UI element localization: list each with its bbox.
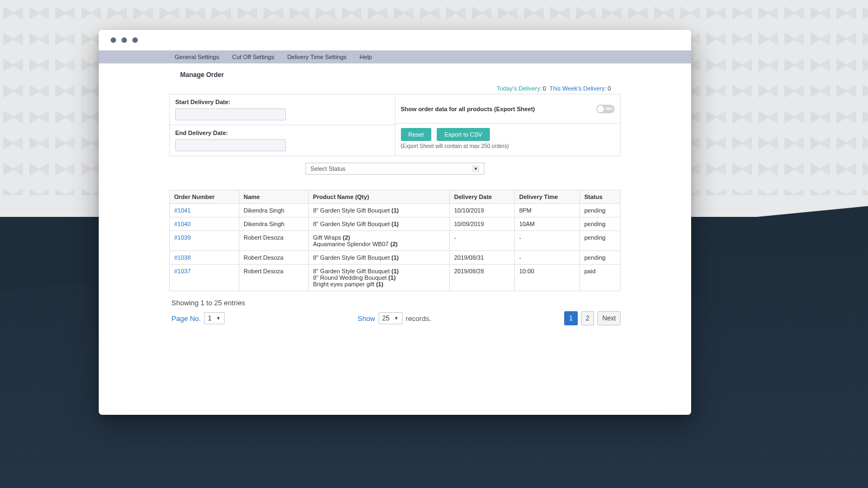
delivery-time: -: [515, 231, 580, 251]
end-date-label: End Delivery Date:: [175, 130, 390, 136]
next-page-button[interactable]: Next: [597, 311, 621, 325]
chevron-down-icon: ▼: [394, 316, 399, 321]
order-number-link[interactable]: #1041: [170, 204, 239, 217]
week-delivery-label: This Week's Delivery:: [550, 85, 607, 92]
th-product: Product Name (Qty): [309, 190, 450, 204]
product-line: 8" Garden Style Gift Bouquet (1): [313, 221, 445, 227]
export-all-label: Show order data for all products (Export…: [401, 106, 535, 112]
th-order-number: Order Number: [170, 190, 239, 204]
export-all-toggle[interactable]: NO: [596, 105, 615, 113]
export-hint: (Export Sheet will contain at max 250 or…: [401, 143, 615, 149]
page-no-select[interactable]: 1 ▼: [204, 312, 225, 324]
chevron-down-icon: ▼: [216, 316, 221, 321]
delivery-date: 10/09/2019: [450, 217, 515, 231]
table-row: #1041Dikendra Singh8" Garden Style Gift …: [170, 204, 621, 217]
show-label: Show: [358, 314, 375, 323]
chevron-down-icon: ▼: [472, 165, 480, 172]
delivery-date: 2019/08/31: [450, 251, 515, 265]
start-date-label: Start Delivery Date:: [175, 99, 390, 105]
status-cell: paid: [580, 265, 621, 291]
page-no-label: Page No.: [171, 314, 201, 323]
records-label: records.: [406, 314, 431, 323]
window-dot-1[interactable]: [111, 37, 116, 43]
status-cell: pending: [580, 217, 621, 231]
order-number-link[interactable]: #1037: [170, 265, 239, 291]
filter-panel: Start Delivery Date: End Delivery Date: …: [169, 94, 621, 156]
table-header-row: Order Number Name Product Name (Qty) Del…: [170, 190, 621, 204]
today-delivery-value: 0: [543, 85, 546, 92]
status-cell: pending: [580, 231, 621, 251]
nav-general-settings[interactable]: General Settings: [175, 54, 219, 60]
customer-name: Dikendra Singh: [239, 217, 309, 231]
page-no-value: 1: [208, 314, 212, 322]
pagination-row: Page No. 1 ▼ Show 25 ▼ records. 12Next: [171, 311, 621, 325]
product-line: Aquamarine Splendor WB07 (2): [313, 241, 445, 247]
window-dot-3[interactable]: [132, 37, 138, 43]
show-count-select[interactable]: 25 ▼: [379, 312, 403, 324]
product-line: 8" Round Wedding Bouquet (1): [313, 274, 445, 281]
status-cell: pending: [580, 251, 621, 265]
delivery-date: 10/10/2019: [450, 204, 515, 217]
table-row: #1038Robert Desoza8" Garden Style Gift B…: [170, 251, 621, 265]
customer-name: Robert Desoza: [239, 231, 309, 251]
nav-help[interactable]: Help: [360, 54, 372, 60]
nav-cut-off-settings[interactable]: Cut Off Settings: [232, 54, 274, 60]
reset-button[interactable]: Reset: [401, 128, 432, 141]
status-cell: pending: [580, 204, 621, 217]
week-delivery-value: 0: [608, 85, 611, 92]
delivery-time: 10:00: [515, 265, 580, 291]
th-status: Status: [580, 190, 621, 204]
export-csv-button[interactable]: Export to CSV: [437, 128, 490, 141]
th-delivery-date: Delivery Date: [450, 190, 515, 204]
table-row: #1037Robert Desoza8" Garden Style Gift B…: [170, 265, 621, 291]
window-dot-2[interactable]: [122, 37, 127, 43]
status-select[interactable]: Select Status ▼: [305, 163, 484, 175]
entries-summary: Showing 1 to 25 entries: [171, 299, 621, 307]
page-button-1[interactable]: 1: [564, 311, 578, 325]
product-line: Bright eyes pamper gift (1): [313, 281, 445, 287]
start-date-input[interactable]: [175, 108, 286, 120]
product-line: 8" Garden Style Gift Bouquet (1): [313, 254, 445, 261]
today-delivery-label: Today's Delivery:: [497, 85, 542, 92]
order-number-link[interactable]: #1038: [170, 251, 239, 265]
content-area: Manage Order Today's Delivery: 0 This We…: [99, 63, 691, 325]
end-date-input[interactable]: [175, 139, 286, 151]
delivery-date: 2019/08/28: [450, 265, 515, 291]
th-name: Name: [239, 190, 309, 204]
table-row: #1040Dikendra Singh8" Garden Style Gift …: [170, 217, 621, 231]
delivery-time: 10AM: [515, 217, 580, 231]
product-line: Gift Wraps (2): [313, 234, 445, 241]
app-window: General Settings Cut Off Settings Delive…: [99, 30, 691, 415]
nav-delivery-time-settings[interactable]: Delivery Time Settings: [287, 54, 346, 60]
product-cell: 8" Garden Style Gift Bouquet (1)8" Round…: [309, 265, 450, 291]
page-button-2[interactable]: 2: [581, 311, 595, 325]
delivery-stats: Today's Delivery: 0 This Week's Delivery…: [99, 82, 691, 94]
th-delivery-time: Delivery Time: [515, 190, 580, 204]
order-number-link[interactable]: #1040: [170, 217, 239, 231]
order-number-link[interactable]: #1039: [170, 231, 239, 251]
delivery-time: -: [515, 251, 580, 265]
product-line: 8" Garden Style Gift Bouquet (1): [313, 207, 445, 214]
product-line: 8" Garden Style Gift Bouquet (1): [313, 268, 445, 274]
delivery-time: 8PM: [515, 204, 580, 217]
customer-name: Robert Desoza: [239, 265, 309, 291]
customer-name: Robert Desoza: [239, 251, 309, 265]
top-nav: General Settings Cut Off Settings Delive…: [99, 50, 691, 63]
product-cell: 8" Garden Style Gift Bouquet (1): [309, 204, 450, 217]
customer-name: Dikendra Singh: [239, 204, 309, 217]
product-cell: Gift Wraps (2)Aquamarine Splendor WB07 (…: [309, 231, 450, 251]
table-row: #1039Robert DesozaGift Wraps (2)Aquamari…: [170, 231, 621, 251]
status-select-placeholder: Select Status: [310, 165, 346, 172]
product-cell: 8" Garden Style Gift Bouquet (1): [309, 217, 450, 231]
delivery-date: -: [450, 231, 515, 251]
product-cell: 8" Garden Style Gift Bouquet (1): [309, 251, 450, 265]
orders-table: Order Number Name Product Name (Qty) Del…: [169, 190, 621, 291]
show-count-value: 25: [382, 314, 390, 322]
toggle-text: NO: [606, 106, 612, 111]
page-title: Manage Order: [99, 69, 691, 82]
window-titlebar: [99, 30, 691, 50]
